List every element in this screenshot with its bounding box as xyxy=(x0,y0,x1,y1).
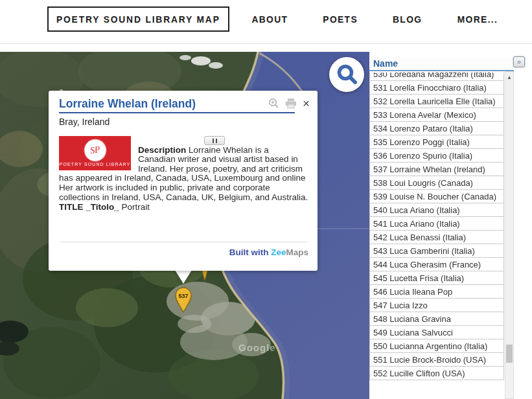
logo-badge: SP xyxy=(86,141,105,160)
list-item[interactable]: 533 Lorena Avelar (Mexico) xyxy=(369,108,504,122)
scroll-up-arrow[interactable]: ▲ xyxy=(505,74,513,80)
list-item[interactable]: 552 Lucille Clifton (USA) xyxy=(369,366,504,380)
title-field-label: TITLE _Titolo_ xyxy=(59,202,119,212)
popup-location: Bray, Ireland xyxy=(59,117,308,127)
audio-pause-button[interactable] xyxy=(204,136,225,145)
list-header: Name » xyxy=(369,57,514,71)
zeemaps-credit[interactable]: Built with ZeeMaps xyxy=(59,247,308,257)
logo-caption: POETRY SOUND LIBRARY xyxy=(60,162,131,166)
description-label: Description xyxy=(138,145,186,155)
credit-zee: Zee xyxy=(271,247,286,257)
poet-info-popup: Lorraine Whelan (Ireland) × Bray, xyxy=(49,91,318,271)
list-item[interactable]: 536 Lorenzo Spurio (Italia) xyxy=(369,148,504,163)
list-item[interactable]: 547 Lucia Izzo xyxy=(369,298,504,312)
expand-panel-button[interactable]: » xyxy=(513,56,525,67)
credit-maps: Maps xyxy=(286,247,308,257)
list-scrollbar[interactable]: ▲ xyxy=(505,71,514,399)
close-icon[interactable]: × xyxy=(303,98,310,109)
list-item[interactable]: 542 Luca Benassi (Italia) xyxy=(369,230,504,244)
poetry-sound-library-logo: SP POETRY SOUND LIBRARY xyxy=(59,136,131,170)
brand-label: POETRY SOUND LIBRARY MAP xyxy=(56,14,220,25)
name-list: 530 Loredana Magazzeni (Italia) 531 Lore… xyxy=(369,73,504,399)
nav-item-poets[interactable]: POETS xyxy=(323,14,358,25)
list-item[interactable]: 543 Luca Gamberini (Italia) xyxy=(369,244,504,258)
top-navigation: POETRY SOUND LIBRARY MAP ABOUT POETS BLO… xyxy=(0,0,532,44)
list-item[interactable]: 540 Luca Ariano (Italia) xyxy=(369,203,504,217)
list-item[interactable]: 545 Lucetta Frisa (Italia) xyxy=(369,271,504,285)
list-item[interactable]: 535 Lorenzo Poggi (Italia) xyxy=(369,135,504,149)
list-item[interactable]: 550 Lucianna Argentino (Italia) xyxy=(369,339,504,353)
google-watermark: Google xyxy=(238,342,276,353)
list-item[interactable]: 530 Loredana Magazzeni (Italia) xyxy=(369,73,504,81)
list-item[interactable]: 539 Louise N. Boucher (Canada) xyxy=(369,189,504,203)
popup-divider xyxy=(59,242,307,242)
nav-item-more[interactable]: MORE... xyxy=(457,14,498,25)
page: POETRY SOUND LIBRARY MAP ABOUT POETS BLO… xyxy=(0,0,532,399)
list-item[interactable]: 537 Lorraine Whelan (Ireland) xyxy=(369,162,504,176)
list-item[interactable]: 538 Loui Lougris (Canada) xyxy=(369,176,504,190)
list-item[interactable]: 532 Lorella Lauricella Elle (Italia) xyxy=(369,94,504,108)
list-item[interactable]: 551 Lucie Brock-Broido (USA) xyxy=(369,352,504,367)
list-item[interactable]: 541 Luca Ariano (Italia) xyxy=(369,216,504,231)
credit-prefix: Built with xyxy=(229,247,272,257)
name-list-panel: Name » 530 Loredana Magazzeni (Italia) 5… xyxy=(369,57,532,399)
zoom-in-icon[interactable] xyxy=(268,98,279,109)
nav-item-blog[interactable]: BLOG xyxy=(393,14,422,25)
map-search-button[interactable] xyxy=(329,57,364,92)
title-underline xyxy=(59,112,295,113)
list-item[interactable]: 534 Lorenzo Pataro (Italia) xyxy=(369,121,504,135)
popup-pointer xyxy=(175,270,192,284)
list-item[interactable]: 544 Luca Gherasim (France) xyxy=(369,257,504,271)
marker-label: 537 xyxy=(178,293,188,299)
search-icon xyxy=(332,60,362,89)
list-item[interactable]: 549 Luciana Salvucci xyxy=(369,325,504,339)
scrollbar-thumb[interactable] xyxy=(506,345,513,363)
logo-monogram: SP xyxy=(89,144,101,155)
list-item[interactable]: 531 Lorella Finocchiaro (Italia) xyxy=(369,80,504,95)
title-field-value: Portrait xyxy=(122,202,150,212)
list-header-label: Name xyxy=(373,58,398,69)
nav-item-about[interactable]: ABOUT xyxy=(251,14,288,25)
list-item[interactable]: 546 Lucia Ileana Pop xyxy=(369,284,504,299)
print-icon[interactable] xyxy=(285,98,297,109)
brand-home-button[interactable]: POETRY SOUND LIBRARY MAP xyxy=(47,6,229,32)
list-item[interactable]: 548 Luciana Gravina xyxy=(369,312,504,326)
